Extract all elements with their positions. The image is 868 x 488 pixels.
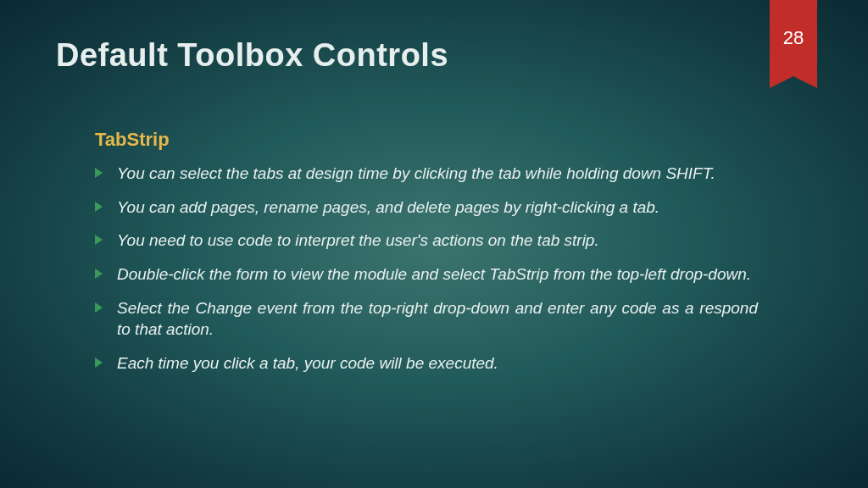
list-item: Select the Change event from the top-rig…: [95, 297, 758, 341]
slide: 28 Default Toolbox Controls TabStrip You…: [0, 0, 868, 488]
section-heading: TabStrip: [95, 129, 758, 151]
page-number-ribbon: 28: [770, 0, 817, 76]
slide-title: Default Toolbox Controls: [56, 37, 448, 74]
list-item: You need to use code to interpret the us…: [95, 230, 758, 252]
list-item: Each time you click a tab, your code wil…: [95, 352, 758, 374]
slide-content: TabStrip You can select the tabs at desi…: [95, 129, 758, 385]
list-item: You can select the tabs at design time b…: [95, 163, 758, 185]
list-item: Double-click the form to view the module…: [95, 263, 758, 286]
list-item: You can add pages, rename pages, and del…: [95, 197, 758, 219]
page-number: 28: [783, 27, 804, 49]
bullet-list: You can select the tabs at design time b…: [95, 163, 758, 374]
